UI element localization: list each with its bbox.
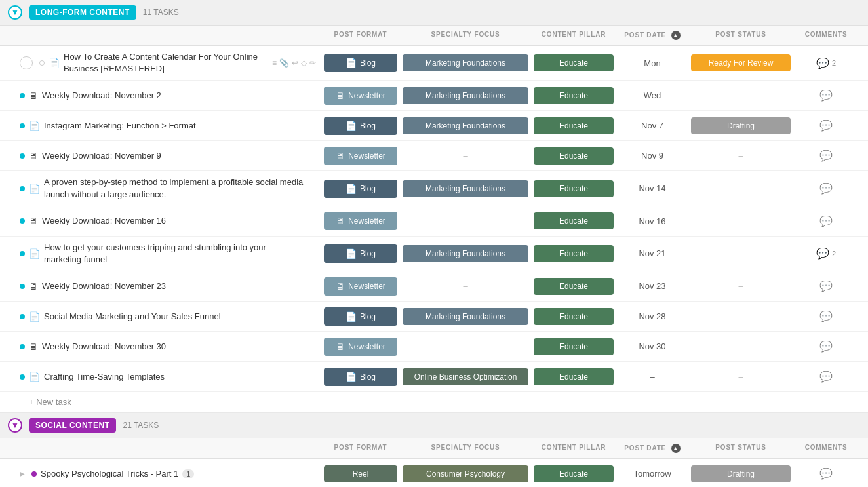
- attach-icon[interactable]: 📎: [279, 58, 289, 68]
- status-cell[interactable]: –: [688, 246, 793, 261]
- date-cell[interactable]: Nov 14: [616, 178, 688, 199]
- date-cell[interactable]: –: [616, 366, 688, 387]
- comment-icon[interactable]: 💬: [819, 370, 833, 383]
- comments-cell[interactable]: 💬: [793, 114, 859, 137]
- date-cell[interactable]: Nov 30: [616, 336, 688, 357]
- comments-cell[interactable]: 💬: [793, 210, 859, 233]
- status-cell[interactable]: Drafting: [688, 115, 793, 137]
- specialty-cell[interactable]: Marketing Foundations: [400, 115, 531, 137]
- format-cell[interactable]: 🖥 Newsletter: [321, 84, 400, 107]
- comment-icon[interactable]: 💬: [819, 149, 833, 162]
- menu-icon[interactable]: ≡: [201, 469, 205, 478]
- comment-icon[interactable]: 💬: [819, 310, 833, 322]
- menu-icon[interactable]: ≡: [227, 312, 232, 321]
- comments-cell[interactable]: 💬: [793, 275, 859, 298]
- specialty-cell[interactable]: Marketing Foundations: [400, 52, 531, 74]
- comment-icon[interactable]: 💬: [819, 89, 833, 102]
- status-cell[interactable]: –: [688, 279, 793, 294]
- menu-icon[interactable]: ≡: [172, 216, 177, 225]
- table-row[interactable]: 📄Instagram Marketing: Function > Format …: [0, 111, 868, 141]
- date-cell[interactable]: Tomorrow: [616, 463, 688, 484]
- comment-icon[interactable]: 💬: [819, 215, 833, 227]
- comment-icon[interactable]: 💬: [819, 119, 833, 132]
- status-cell[interactable]: –: [688, 88, 793, 103]
- menu-icon[interactable]: ≡: [311, 184, 316, 193]
- date-cell[interactable]: Wed: [616, 85, 688, 106]
- specialty-cell[interactable]: –: [400, 214, 531, 229]
- specialty-cell[interactable]: Marketing Foundations: [400, 178, 531, 200]
- format-cell[interactable]: 🖥 Newsletter: [321, 335, 400, 359]
- menu-icon[interactable]: ≡: [172, 342, 177, 351]
- format-cell[interactable]: 🖥 Newsletter: [321, 144, 400, 168]
- format-cell[interactable]: 📄 Blog: [321, 51, 400, 75]
- menu-icon[interactable]: ≡: [168, 151, 172, 161]
- menu-icon[interactable]: ≡: [172, 282, 177, 291]
- comments-cell[interactable]: 💬 2: [793, 242, 859, 265]
- format-cell[interactable]: 📄 Blog: [321, 114, 400, 138]
- pillar-cell[interactable]: Educate: [531, 336, 616, 358]
- pillar-cell[interactable]: Educate: [531, 243, 616, 265]
- menu-icon[interactable]: ≡: [171, 372, 176, 381]
- pillar-cell[interactable]: Educate: [531, 52, 616, 74]
- pillar-cell[interactable]: Educate: [531, 305, 616, 328]
- task-checkbox[interactable]: [20, 56, 33, 69]
- specialty-cell[interactable]: Marketing Foundations: [400, 305, 531, 328]
- status-cell[interactable]: –: [688, 309, 793, 324]
- status-cell[interactable]: Ready For Review: [688, 52, 793, 74]
- table-row[interactable]: 🖥Weekly Download: November 23 ≡ 🖥 Newsle…: [0, 271, 868, 302]
- format-cell[interactable]: 📄 Blog: [321, 177, 400, 201]
- menu-icon[interactable]: ≡: [311, 249, 316, 258]
- date-cell[interactable]: Nov 21: [616, 243, 688, 263]
- comments-cell[interactable]: 💬: [793, 177, 859, 200]
- specialty-cell[interactable]: –: [400, 339, 531, 354]
- date-cell[interactable]: Nov 16: [616, 211, 688, 231]
- comments-cell[interactable]: 💬: [793, 462, 859, 485]
- col-header-date[interactable]: POST DATE ▲: [616, 438, 688, 458]
- status-cell[interactable]: –: [688, 181, 793, 196]
- pillar-cell[interactable]: Educate: [531, 275, 616, 298]
- comment-icon[interactable]: 💬: [819, 340, 833, 353]
- specialty-cell[interactable]: –: [400, 279, 531, 294]
- status-cell[interactable]: –: [688, 148, 793, 163]
- subtask-toggle[interactable]: ▶: [20, 470, 25, 477]
- pillar-cell[interactable]: Educate: [531, 85, 616, 107]
- table-row[interactable]: ▶Spooky Psychological Tricks - Part 11 ≡…: [0, 459, 868, 487]
- comments-cell[interactable]: 💬: [793, 335, 859, 358]
- table-row[interactable]: 📄A proven step-by-step method to impleme…: [0, 171, 868, 206]
- date-cell[interactable]: Nov 7: [616, 115, 688, 136]
- specialty-cell[interactable]: Marketing Foundations: [400, 243, 531, 265]
- pillar-cell[interactable]: Educate: [531, 178, 616, 200]
- date-cell[interactable]: Nov 28: [616, 306, 688, 326]
- table-row[interactable]: 📄Crafting Time-Saving Templates ≡ 📄 Blog…: [0, 362, 868, 392]
- table-row[interactable]: 🖥Weekly Download: November 30 ≡ 🖥 Newsle…: [0, 332, 868, 362]
- specialty-cell[interactable]: –: [400, 148, 531, 163]
- comments-cell[interactable]: 💬: [793, 144, 859, 167]
- menu-icon[interactable]: ≡: [272, 58, 277, 68]
- comment-icon[interactable]: 💬: [819, 182, 833, 195]
- pillar-cell[interactable]: Educate: [531, 115, 616, 137]
- menu-icon[interactable]: ≡: [203, 121, 207, 130]
- col-header-date[interactable]: POST DATE ▲: [616, 26, 688, 45]
- status-cell[interactable]: Drafting: [688, 463, 793, 485]
- format-cell[interactable]: 📄 Blog: [321, 242, 400, 265]
- section-toggle-long-form[interactable]: ▼: [8, 5, 22, 20]
- task-actions[interactable]: ≡ 📎 ↩ ◇ ✏: [272, 58, 316, 68]
- specialty-cell[interactable]: Marketing Foundations: [400, 85, 531, 107]
- format-cell[interactable]: 🖥 Newsletter: [321, 209, 400, 233]
- format-cell[interactable]: Reel: [321, 463, 400, 485]
- table-row[interactable]: 📄Social Media Marketing and Your Sales F…: [0, 302, 868, 332]
- pillar-cell[interactable]: Educate: [531, 145, 616, 167]
- pillar-cell[interactable]: Educate: [531, 463, 616, 485]
- comment-icon[interactable]: 💬: [819, 280, 833, 292]
- pillar-cell[interactable]: Educate: [531, 210, 616, 232]
- status-cell[interactable]: –: [688, 339, 793, 354]
- table-row[interactable]: 📄How to get your customers tripping and …: [0, 237, 868, 271]
- format-cell[interactable]: 📄 Blog: [321, 365, 400, 389]
- format-cell[interactable]: 📄 Blog: [321, 305, 400, 328]
- specialty-cell[interactable]: Consumer Psychology: [400, 463, 531, 485]
- edit-icon[interactable]: ✏: [309, 58, 316, 68]
- format-cell[interactable]: 🖥 Newsletter: [321, 275, 400, 298]
- status-cell[interactable]: –: [688, 214, 793, 229]
- table-row[interactable]: 📄How To Create A Content Calendar For Yo…: [0, 46, 868, 81]
- specialty-cell[interactable]: Online Business Optimization: [400, 366, 531, 388]
